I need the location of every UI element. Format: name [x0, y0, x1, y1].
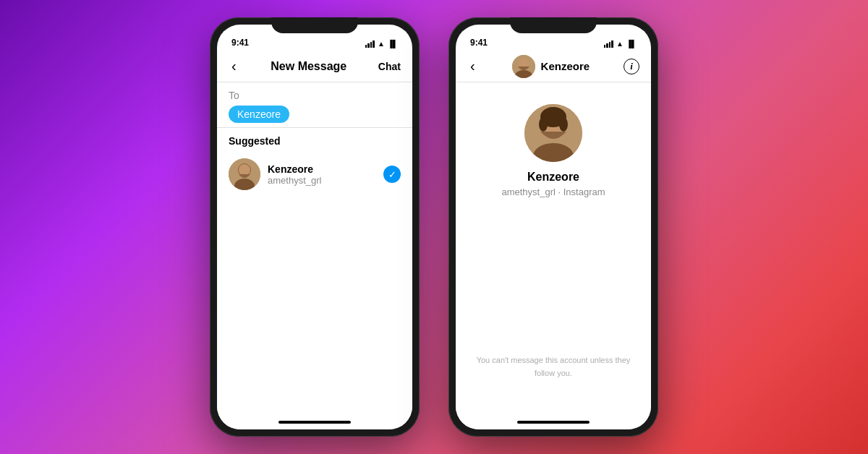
- home-indicator-1: [217, 415, 412, 429]
- chat-profile: Kenzeore amethyst_grl · Instagram: [456, 82, 651, 212]
- home-bar-2: [517, 421, 590, 424]
- chat-avatar-large: [524, 104, 582, 162]
- svg-point-3: [239, 164, 250, 176]
- phone-1: 9:41 ▲ ▐▌ ‹ New Message Chat To: [210, 17, 420, 437]
- status-icons-2: ▲ ▐▌: [604, 40, 637, 48]
- nav-avatar-group: Kenzeore: [512, 55, 590, 78]
- screen-content-1: To Kenzeore Suggested: [217, 82, 412, 415]
- nav-avatar-img: [512, 55, 535, 78]
- chat-button[interactable]: Chat: [378, 61, 401, 72]
- nav-title-1: New Message: [271, 60, 346, 73]
- status-time-1: 9:41: [231, 38, 249, 48]
- chat-profile-subtitle: amethyst_grl · Instagram: [501, 187, 605, 197]
- wifi-icon-1: ▲: [378, 40, 385, 48]
- check-icon-1: ✓: [383, 166, 401, 183]
- nav-bar-2: ‹ Kenzeore i: [456, 51, 651, 82]
- info-icon[interactable]: i: [624, 59, 639, 74]
- phone-2: 9:41 ▲ ▐▌ ‹: [448, 17, 658, 437]
- notch-1: [271, 17, 358, 33]
- signal-icon-2: [604, 40, 613, 48]
- home-bar-1: [278, 421, 351, 424]
- nav-title-2: Kenzeore: [541, 60, 590, 72]
- home-indicator-2: [456, 415, 651, 429]
- notice-text: You can't message this account unless th…: [477, 356, 631, 377]
- avatar-1: [229, 158, 260, 190]
- chat-bottom-notice: You can't message this account unless th…: [456, 353, 651, 379]
- suggested-info-1: Kenzeore amethyst_grl: [268, 163, 383, 186]
- status-icons-1: ▲ ▐▌: [365, 40, 398, 48]
- to-section: To Kenzeore: [217, 82, 412, 128]
- battery-icon-2: ▐▌: [626, 40, 637, 48]
- suggested-handle-1: amethyst_grl: [268, 175, 383, 186]
- signal-icon-1: [365, 40, 375, 48]
- battery-icon-1: ▐▌: [388, 40, 398, 48]
- nav-bar-1: ‹ New Message Chat: [217, 51, 412, 82]
- svg-point-11: [539, 117, 548, 132]
- notch-2: [510, 17, 597, 33]
- list-item[interactable]: Kenzeore amethyst_grl ✓: [229, 154, 401, 194]
- to-label: To: [229, 90, 401, 101]
- suggested-name-1: Kenzeore: [268, 163, 383, 175]
- back-button-1[interactable]: ‹: [229, 55, 239, 77]
- svg-point-12: [559, 117, 568, 132]
- suggested-section: Suggested Kenzeore amethyst_grl: [217, 128, 412, 202]
- back-button-2[interactable]: ‹: [467, 55, 478, 77]
- suggested-label: Suggested: [229, 135, 401, 147]
- status-time-2: 9:41: [470, 38, 488, 48]
- chat-profile-name: Kenzeore: [527, 171, 579, 184]
- recipient-chip[interactable]: Kenzeore: [229, 106, 289, 123]
- screen-content-2: Kenzeore amethyst_grl · Instagram You ca…: [456, 82, 651, 415]
- wifi-icon-2: ▲: [616, 40, 624, 48]
